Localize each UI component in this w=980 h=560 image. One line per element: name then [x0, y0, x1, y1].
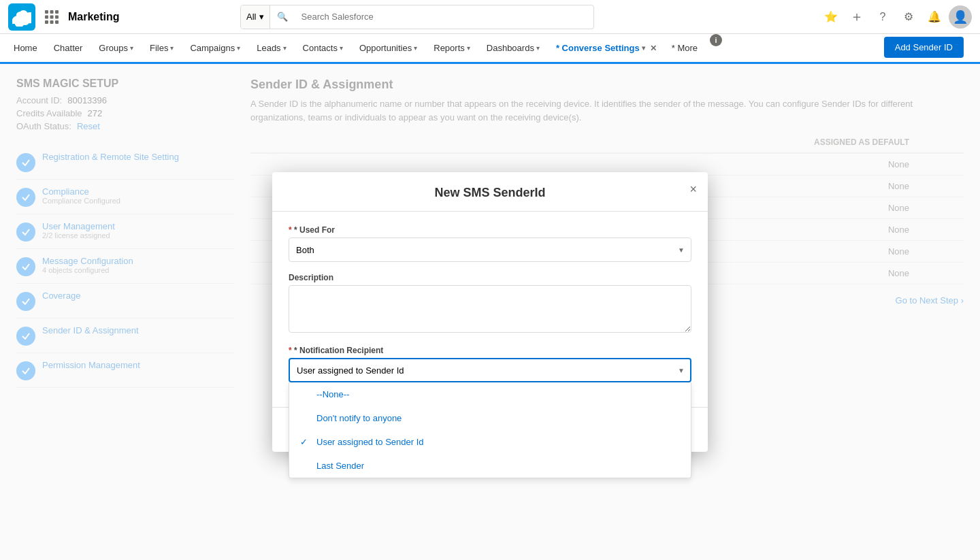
dropdown-option-user-assigned[interactable]: ✓ User assigned to Sender Id	[289, 430, 691, 454]
nav-opportunities[interactable]: Opportunities ▾	[351, 34, 425, 64]
salesforce-logo[interactable]	[8, 3, 35, 31]
used-for-select-wrapper: Both Outbound Inbound	[289, 237, 691, 262]
nav-reports[interactable]: Reports ▾	[425, 34, 478, 64]
svg-rect-0	[45, 10, 48, 14]
app-launcher-button[interactable]	[41, 6, 63, 28]
search-icon: 🔍	[270, 12, 295, 22]
svg-rect-8	[55, 20, 59, 24]
svg-rect-1	[50, 10, 54, 14]
svg-rect-4	[50, 15, 54, 18]
close-tab-icon[interactable]: ✕	[650, 44, 657, 53]
used-for-field-group: * * Used For Both Outbound Inbound	[289, 225, 691, 262]
opportunities-chevron: ▾	[414, 44, 417, 52]
modal-overlay: New SMS SenderId × * * Used For Both Out…	[0, 64, 980, 560]
description-textarea[interactable]	[289, 285, 691, 333]
leads-chevron: ▾	[283, 44, 287, 52]
search-filter[interactable]: All ▾	[241, 5, 270, 29]
nav-chatter[interactable]: Chatter	[46, 34, 91, 64]
search-bar: All ▾ 🔍	[240, 5, 594, 29]
add-button[interactable]: ＋	[845, 5, 868, 29]
notification-field-group: * * Notification Recipient --None-- Don'…	[289, 346, 691, 382]
converse-chevron: ▾	[642, 44, 645, 52]
used-for-label: * * Used For	[289, 225, 691, 235]
notifications-button[interactable]: 🔔	[923, 5, 946, 29]
nav-home[interactable]: Home	[5, 34, 46, 64]
groups-chevron: ▾	[130, 44, 133, 52]
modal-close-button[interactable]: ×	[689, 183, 697, 195]
app-name: Marketing	[68, 11, 120, 23]
reports-chevron: ▾	[467, 44, 470, 52]
svg-rect-7	[50, 20, 54, 24]
favorites-button[interactable]: ⭐	[819, 5, 843, 29]
more-button[interactable]: * More	[665, 43, 704, 53]
page-content: SMS MAGIC SETUP Account ID: 80013396 Cre…	[0, 64, 980, 560]
notification-dropdown-list: --None-- Don't notify to anyone ✓ User a…	[289, 382, 691, 478]
nav-groups[interactable]: Groups ▾	[91, 34, 142, 64]
check-user-assigned: ✓	[300, 437, 311, 447]
svg-rect-5	[55, 15, 59, 18]
nav-contacts[interactable]: Contacts ▾	[295, 34, 351, 64]
help-button[interactable]: ?	[871, 5, 894, 29]
top-navigation: Marketing All ▾ 🔍 ⭐ ＋ ? ⚙ 🔔 👤	[0, 0, 980, 34]
nav-dashboards[interactable]: Dashboards ▾	[478, 34, 548, 64]
info-icon[interactable]: i	[710, 34, 722, 46]
modal-body: * * Used For Both Outbound Inbound Descr…	[272, 212, 708, 407]
contacts-chevron: ▾	[340, 44, 343, 52]
settings-button[interactable]: ⚙	[897, 5, 920, 29]
nav-campaigns[interactable]: Campaigns ▾	[182, 34, 248, 64]
nav-icons: ⭐ ＋ ? ⚙ 🔔 👤	[819, 5, 972, 29]
nav-files[interactable]: Files ▾	[142, 34, 182, 64]
files-chevron: ▾	[170, 44, 174, 52]
menu-navigation: Home Chatter Groups ▾ Files ▾ Campaigns …	[0, 34, 980, 64]
new-sms-sender-id-modal: New SMS SenderId × * * Used For Both Out…	[272, 172, 708, 452]
description-field-group: Description	[289, 273, 691, 335]
avatar[interactable]: 👤	[949, 5, 972, 29]
used-for-select[interactable]: Both Outbound Inbound	[289, 237, 691, 262]
modal-title: New SMS SenderId	[289, 186, 691, 200]
description-label: Description	[289, 273, 691, 282]
dashboards-chevron: ▾	[536, 44, 540, 52]
nav-leads[interactable]: Leads ▾	[248, 34, 294, 64]
dropdown-option-none[interactable]: --None--	[289, 382, 691, 406]
campaigns-chevron: ▾	[237, 44, 240, 52]
notification-label: * * Notification Recipient	[289, 346, 691, 355]
add-sender-id-button[interactable]: Add Sender ID	[884, 37, 964, 58]
svg-rect-2	[55, 10, 59, 14]
notification-select-wrapper: --None-- Don't notify to anyone User ass…	[289, 358, 691, 382]
modal-header: New SMS SenderId ×	[272, 172, 708, 212]
dropdown-option-last-sender[interactable]: Last Sender	[289, 454, 691, 478]
svg-rect-6	[45, 20, 48, 24]
dropdown-option-no-notify[interactable]: Don't notify to anyone	[289, 406, 691, 430]
notification-select[interactable]: --None-- Don't notify to anyone User ass…	[289, 358, 691, 382]
svg-rect-3	[45, 15, 48, 18]
nav-converse-settings[interactable]: * Converse Settings ▾ ✕	[548, 34, 665, 64]
search-input[interactable]	[295, 5, 594, 29]
